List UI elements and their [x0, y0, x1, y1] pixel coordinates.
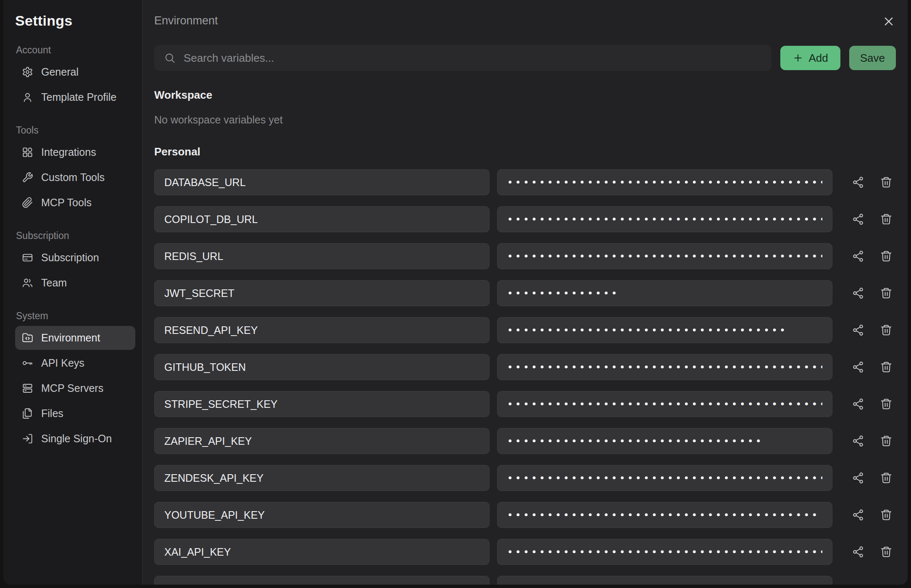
variable-value-input[interactable] — [506, 361, 823, 373]
variable-value-input[interactable] — [506, 472, 823, 484]
variable-value-input[interactable] — [506, 435, 823, 447]
variable-value-field — [497, 354, 832, 380]
variable-key-field — [154, 391, 490, 417]
variable-key-input[interactable] — [163, 472, 480, 485]
variables-list — [154, 169, 896, 585]
variable-value-field — [497, 502, 832, 528]
share-icon — [852, 361, 864, 373]
variable-value-input[interactable] — [506, 324, 823, 336]
variable-value-field — [497, 539, 832, 565]
variable-value-field — [497, 465, 832, 491]
variable-value-input[interactable] — [506, 213, 823, 225]
delete-button[interactable] — [880, 435, 893, 447]
sidebar-item-mcp-servers[interactable]: MCP Servers — [15, 376, 135, 400]
sidebar-item-general[interactable]: General — [15, 60, 135, 84]
share-icon — [852, 324, 864, 336]
plus-icon — [793, 52, 803, 63]
variable-value-input[interactable] — [506, 509, 823, 521]
variable-key-input[interactable] — [163, 361, 480, 374]
files-icon — [22, 408, 33, 419]
variable-key-input[interactable] — [163, 509, 480, 522]
share-button[interactable] — [852, 361, 864, 373]
share-button[interactable] — [852, 398, 864, 410]
sidebar-item-template-profile[interactable]: Template Profile — [15, 85, 135, 109]
share-icon — [852, 398, 864, 410]
delete-button[interactable] — [880, 546, 893, 558]
share-button[interactable] — [852, 546, 864, 558]
settings-title: Settings — [15, 13, 135, 29]
login-icon — [22, 433, 33, 444]
variable-key-input[interactable] — [163, 546, 480, 559]
variable-key-input[interactable] — [163, 435, 480, 448]
sidebar-item-label: API Keys — [41, 357, 84, 369]
sidebar-item-subscription[interactable]: Subscription — [15, 246, 135, 270]
share-icon — [852, 435, 864, 447]
sidebar-item-environment[interactable]: Environment — [15, 326, 135, 350]
delete-button[interactable] — [880, 361, 893, 373]
delete-button[interactable] — [880, 213, 893, 226]
variable-key-field — [154, 465, 490, 491]
delete-button[interactable] — [880, 250, 893, 262]
variable-value-field — [497, 428, 832, 454]
share-button[interactable] — [852, 324, 864, 336]
search-box — [154, 45, 771, 71]
variable-key-input[interactable] — [163, 213, 480, 226]
share-icon — [852, 546, 864, 558]
trash-icon — [880, 250, 893, 262]
sidebar-item-mcp-tools[interactable]: MCP Tools — [15, 191, 135, 215]
share-button[interactable] — [852, 435, 864, 447]
delete-button[interactable] — [880, 472, 893, 484]
share-button[interactable] — [852, 287, 864, 299]
sidebar-item-integrations[interactable]: Integrations — [15, 140, 135, 164]
variable-key-input[interactable] — [163, 287, 480, 300]
variable-row — [154, 243, 896, 269]
share-icon — [852, 176, 864, 189]
close-button[interactable] — [882, 14, 896, 30]
share-icon — [852, 250, 864, 262]
sidebar-group-system: System — [16, 310, 134, 322]
variable-key-field — [154, 243, 490, 269]
search-input[interactable] — [183, 51, 762, 65]
variable-value-input[interactable] — [506, 398, 823, 410]
save-button[interactable]: Save — [849, 46, 896, 70]
variable-key-input[interactable] — [163, 324, 480, 337]
sidebar-item-files[interactable]: Files — [15, 402, 135, 425]
variable-value-input[interactable] — [506, 250, 823, 262]
share-icon — [852, 509, 864, 521]
variable-key-field — [154, 576, 490, 585]
delete-button[interactable] — [880, 398, 893, 410]
variable-key-input[interactable] — [163, 398, 480, 411]
trash-icon — [880, 361, 893, 373]
share-button[interactable] — [852, 472, 864, 484]
variable-key-input[interactable] — [163, 176, 480, 189]
page-title: Environment — [154, 14, 218, 27]
trash-icon — [880, 546, 893, 558]
sidebar-item-label: MCP Tools — [41, 197, 92, 209]
delete-button[interactable] — [880, 287, 893, 299]
sidebar-item-label: Files — [41, 407, 63, 420]
trash-icon — [880, 509, 893, 521]
add-button[interactable]: Add — [780, 46, 840, 70]
sidebar-item-api-keys[interactable]: API Keys — [15, 351, 135, 375]
sidebar-item-label: General — [41, 66, 79, 78]
sidebar-item-team[interactable]: Team — [15, 271, 135, 295]
share-icon — [852, 213, 864, 226]
sidebar-item-single-sign-on[interactable]: Single Sign-On — [15, 427, 135, 451]
settings-sidebar: Settings Account General Template Profil… — [3, 0, 142, 585]
sidebar-item-custom-tools[interactable]: Custom Tools — [15, 165, 135, 189]
delete-button[interactable] — [880, 509, 893, 521]
share-button[interactable] — [852, 250, 864, 262]
personal-heading: Personal — [154, 145, 896, 158]
share-button[interactable] — [852, 213, 864, 226]
variable-value-input[interactable] — [506, 176, 823, 188]
share-button[interactable] — [852, 509, 864, 521]
variable-value-input[interactable] — [506, 287, 823, 299]
sidebar-group-subscription: Subscription — [16, 230, 134, 242]
save-button-label: Save — [860, 52, 885, 65]
variable-key-input[interactable] — [163, 250, 480, 263]
variable-row — [154, 169, 896, 195]
share-button[interactable] — [852, 176, 864, 189]
variable-value-input[interactable] — [506, 546, 823, 558]
delete-button[interactable] — [880, 324, 893, 336]
delete-button[interactable] — [880, 176, 893, 189]
